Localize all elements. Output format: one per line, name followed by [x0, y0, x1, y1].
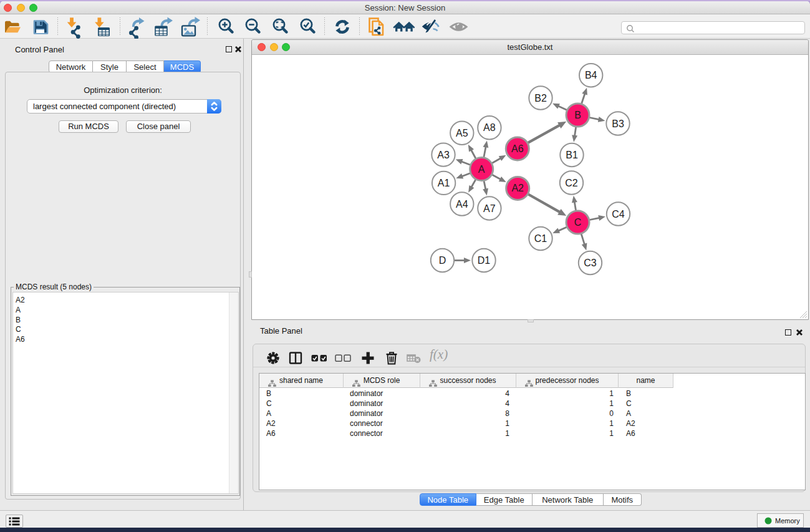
svg-text:B4: B4 [585, 70, 597, 80]
svg-text:C3: C3 [584, 258, 597, 268]
svg-text:A: A [478, 164, 485, 175]
svg-text:A2: A2 [511, 183, 524, 193]
svg-text:B: B [574, 110, 581, 120]
svg-text:B2: B2 [534, 93, 547, 104]
svg-text:B1: B1 [566, 150, 578, 160]
svg-text:B3: B3 [612, 118, 624, 129]
svg-text:A7: A7 [483, 203, 496, 214]
svg-text:A4: A4 [456, 199, 468, 210]
svg-text:A6: A6 [511, 143, 524, 154]
svg-text:C1: C1 [534, 233, 547, 244]
svg-text:D: D [439, 255, 446, 266]
svg-text:C: C [574, 217, 582, 228]
svg-text:D1: D1 [478, 255, 491, 266]
svg-text:A8: A8 [483, 122, 496, 133]
svg-text:C2: C2 [565, 178, 578, 188]
svg-text:A3: A3 [437, 150, 450, 160]
svg-text:C4: C4 [612, 209, 625, 220]
svg-text:A1: A1 [438, 178, 450, 188]
svg-text:A5: A5 [456, 128, 468, 138]
